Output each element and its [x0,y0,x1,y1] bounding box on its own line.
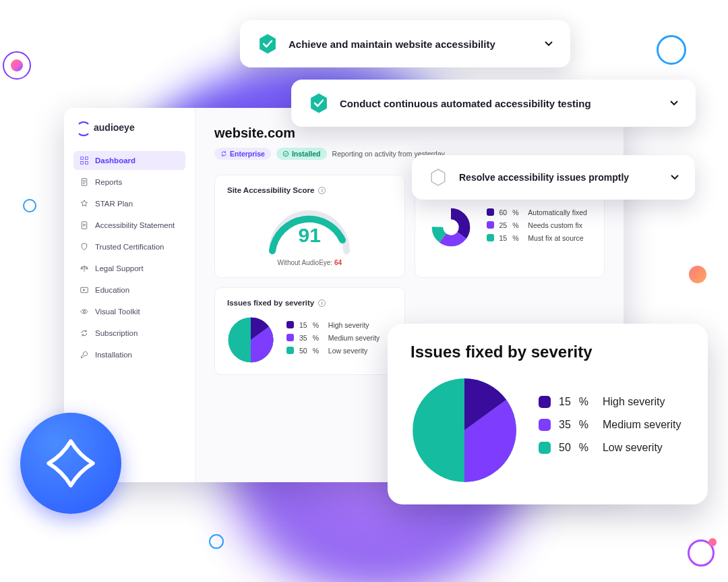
card-title-text: Site Accessibility Score [227,186,314,194]
brand-name: audioeye [94,122,135,133]
dashboard-icon [80,156,88,165]
info-icon[interactable] [318,299,326,307]
sidebar-item-visual-toolkit[interactable]: Visual Toolkit [73,302,185,321]
legend-swatch [487,221,494,229]
legend-text: Medium severity [603,419,681,431]
legend-text: Must fix at source [528,234,583,242]
legend-text: Low severity [328,347,367,355]
sidebar-item-accessibility-statement[interactable]: Accessibility Statement [73,216,185,235]
eye-icon [80,308,88,316]
badge-label: Enterprise [230,150,265,158]
legend-large: 15% High severity 35% Medium severity 50… [539,396,681,465]
sidebar-item-label: STAR Plan [95,200,133,208]
refresh-icon [220,150,227,157]
legend-label: 15 [299,321,307,329]
scales-icon [80,264,88,272]
star-icon [80,200,88,208]
sidebar-item-label: Trusted Certification [95,243,164,251]
without-audioeye: Without AudioEye: 64 [227,259,392,266]
shield-icon [80,243,88,251]
legend-label: 50 [299,347,307,355]
legend-text: High severity [328,321,369,329]
badge-label: Installed [292,150,321,158]
sidebar-item-label: Education [95,286,129,294]
sidebar-item-trusted-certification[interactable]: Trusted Certification [73,237,185,256]
legend-label: 15 [499,234,508,242]
legend-row: 25% Needs custom fix [487,221,587,229]
detail-title: Issues fixed by severity [411,343,685,361]
legend-row: 35% Medium severity [539,419,681,431]
legend-row: 15% High severity [286,321,380,329]
info-icon[interactable] [318,187,326,194]
float-card-conduct[interactable]: Conduct continuous automated accessibili… [291,80,696,127]
legend-swatch [286,347,294,354]
page-title: website.com [214,125,605,141]
severity-detail-panel: Issues fixed by severity 15% High severi… [388,324,708,504]
sidebar-item-reports[interactable]: Reports [73,173,185,192]
document-icon [80,221,88,229]
svg-rect-3 [86,162,88,165]
legend-value: 15 [559,396,571,408]
without-value: 64 [334,259,342,266]
svg-rect-5 [82,222,87,229]
donut-chart [427,204,475,251]
severity-card: Issues fixed by severity [214,287,405,375]
svg-rect-1 [86,157,88,160]
legend-text: High severity [603,396,665,408]
legend-label: 60 [499,208,508,216]
without-label: Without AudioEye: [277,259,334,266]
decorative-circle-icon [3,51,31,80]
wrench-icon [80,351,88,359]
card-title: Site Accessibility Score [227,186,392,194]
legend-row: 35% Medium severity [286,334,380,342]
sidebar-item-label: Dashboard [95,156,135,165]
legend-row: 50% Low severity [539,442,681,454]
float-card-resolve[interactable]: Resolve accessibility issues promptly [412,155,695,200]
legend-value: 35 [559,419,571,431]
float-card-label: Achieve and maintain website accessibili… [289,38,495,50]
legend-swatch [539,419,551,431]
legend: 60% Automatically fixed 25% Needs custom… [487,208,587,247]
refresh-icon [80,329,88,337]
legend-swatch [539,442,551,454]
decorative-circle-icon [209,534,224,549]
sidebar-item-subscription[interactable]: Subscription [73,324,185,343]
legend-row: 15% Must fix at source [487,234,587,242]
score-card: Site Accessibility Score 91 Without Audi… [214,175,405,278]
brand-coin-icon [20,413,121,514]
sidebar-item-installation[interactable]: Installation [73,345,185,364]
brand: audioeye [76,121,185,134]
chart-row: 15% High severity 35% Medium severity 50… [227,316,392,363]
svg-point-8 [283,151,289,156]
sidebar-item-label: Subscription [95,329,138,337]
check-circle-icon [282,150,289,157]
hex-check-icon [307,92,330,115]
float-card-achieve[interactable]: Achieve and maintain website accessibili… [240,20,570,67]
sidebar-item-label: Installation [95,351,132,359]
float-card-label: Resolve accessibility issues promptly [459,172,629,183]
sidebar-item-star-plan[interactable]: STAR Plan [73,194,185,213]
svg-point-12 [444,220,458,235]
svg-rect-2 [81,162,84,165]
installed-badge: Installed [276,148,327,160]
svg-point-7 [84,311,86,313]
pie-chart-large [411,376,518,484]
chevron-down-icon [669,97,679,110]
legend-swatch [487,234,494,241]
chevron-down-icon [543,38,554,51]
legend-row: 15% High severity [539,396,681,408]
legend-text: Needs custom fix [528,221,582,229]
sidebar-item-dashboard[interactable]: Dashboard [73,151,185,170]
hex-check-icon [256,32,279,55]
pie-chart [227,316,274,363]
decorative-circle-icon [23,199,36,212]
sidebar-item-education[interactable]: Education [73,281,185,299]
legend-text: Medium severity [328,334,380,342]
sidebar-item-legal-support[interactable]: Legal Support [73,259,185,278]
chart-row: 60% Automatically fixed 25% Needs custom… [427,204,593,251]
play-icon [80,286,88,294]
reports-icon [80,178,88,186]
legend-swatch [286,334,294,341]
decorative-circle-icon [688,540,715,566]
decorative-circle-icon [689,266,706,283]
